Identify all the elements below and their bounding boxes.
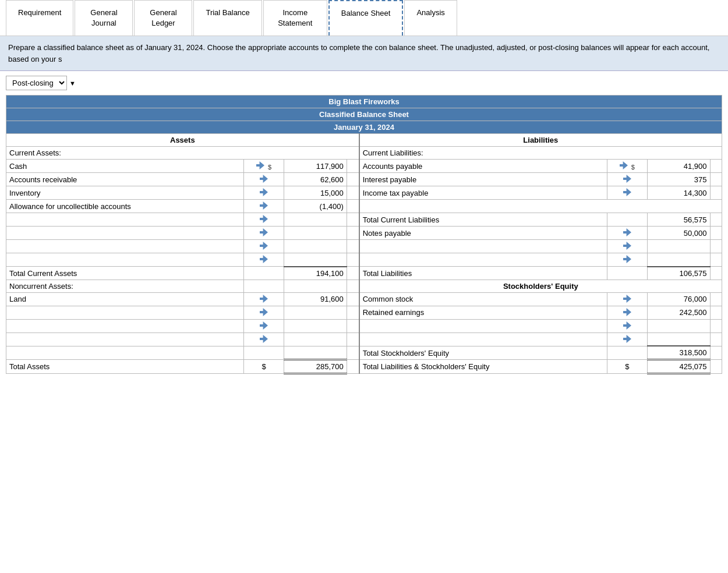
current-liabilities-label: Current Liabilities: — [359, 147, 722, 160]
land-label: Land — [6, 292, 244, 306]
post-closing-dropdown[interactable]: Post-closing Adjusted Unadjusted — [6, 76, 67, 90]
allowance-value: (1,400) — [284, 200, 347, 213]
instruction-text: Prepare a classified balance sheet as of… — [0, 36, 728, 71]
cash-icon[interactable]: $ — [244, 160, 284, 173]
income-tax-payable-value: 14,300 — [647, 186, 710, 200]
common-stock-label: Common stock — [359, 292, 607, 306]
total-assets-label: Total Assets — [6, 360, 244, 374]
total-current-assets-label: Total Current Assets — [6, 267, 244, 280]
sheet-title: Classified Balance Sheet — [6, 108, 722, 121]
total-current-assets-value: 194,100 — [284, 267, 347, 280]
retained-earnings-value: 242,500 — [647, 306, 710, 319]
accounts-receivable-label: Accounts receivable — [6, 173, 244, 186]
balance-sheet-table: Big Blast Fireworks Classified Balance S… — [6, 95, 722, 374]
dropdown-row: Post-closing Adjusted Unadjusted ▼ — [0, 71, 728, 95]
notes-payable-value: 50,000 — [647, 227, 710, 240]
income-tax-payable-label: Income tax payable — [359, 186, 607, 200]
tab-bar: Requirement GeneralJournal GeneralLedger… — [0, 0, 728, 36]
total-equity-label: Total Stockholders' Equity — [359, 346, 607, 360]
common-stock-value: 76,000 — [647, 292, 710, 306]
inventory-value: 15,000 — [284, 186, 347, 200]
total-liab-equity-dollar: $ — [607, 360, 647, 374]
balance-sheet-wrapper: Big Blast Fireworks Classified Balance S… — [0, 95, 728, 380]
allowance-icon[interactable] — [244, 200, 284, 213]
tab-income-statement[interactable]: IncomeStatement — [263, 0, 327, 36]
retained-earnings-icon[interactable] — [607, 306, 647, 319]
retained-earnings-label: Retained earnings — [359, 306, 607, 319]
total-liab-equity-label: Total Liabilities & Stockholders' Equity — [359, 360, 607, 374]
notes-payable-icon[interactable] — [607, 227, 647, 240]
assets-empty-2 — [6, 227, 244, 240]
assets-empty-1 — [6, 213, 244, 227]
cash-value: 117,900 — [284, 160, 347, 173]
inventory-icon[interactable] — [244, 186, 284, 200]
total-current-liabilities-value: 56,575 — [647, 213, 710, 227]
accounts-payable-icon[interactable]: $ — [607, 160, 647, 173]
allowance-label: Allowance for uncollectible accounts — [6, 200, 244, 213]
total-liab-equity-value: 425,075 — [647, 360, 710, 374]
accounts-payable-value: 41,900 — [647, 160, 710, 173]
interest-payable-icon[interactable] — [607, 173, 647, 186]
sheet-date: January 31, 2024 — [6, 121, 722, 134]
tab-trial-balance[interactable]: Trial Balance — [193, 0, 261, 36]
total-assets-dollar: $ — [244, 360, 284, 374]
inventory-label: Inventory — [6, 186, 244, 200]
cash-label: Cash — [6, 160, 244, 173]
land-value: 91,600 — [284, 292, 347, 306]
accounts-payable-label: Accounts payable — [359, 160, 607, 173]
noncurrent-assets-label: Noncurrent Assets: — [6, 280, 244, 292]
tab-balance-sheet[interactable]: Balance Sheet — [328, 0, 404, 36]
liabilities-header: Liabilities — [359, 134, 722, 147]
tab-general-ledger[interactable]: GeneralLedger — [134, 0, 192, 36]
total-current-liabilities-label: Total Current Liabilities — [359, 213, 607, 227]
tab-general-journal[interactable]: GeneralJournal — [75, 0, 133, 36]
accounts-receivable-icon[interactable] — [244, 173, 284, 186]
total-equity-value: 318,500 — [647, 346, 710, 360]
total-assets-value: 285,700 — [284, 360, 347, 374]
assets-header: Assets — [6, 134, 359, 147]
common-stock-icon[interactable] — [607, 292, 647, 306]
interest-payable-label: Interest payable — [359, 173, 607, 186]
total-liabilities-label: Total Liabilities — [359, 267, 607, 280]
land-icon[interactable] — [244, 292, 284, 306]
stockholders-equity-header: Stockholders' Equity — [359, 280, 722, 292]
company-name: Big Blast Fireworks — [6, 96, 722, 108]
interest-payable-value: 375 — [647, 173, 710, 186]
total-liabilities-value: 106,575 — [647, 267, 710, 280]
accounts-receivable-value: 62,600 — [284, 173, 347, 186]
tab-requirement[interactable]: Requirement — [6, 0, 73, 36]
income-tax-payable-icon[interactable] — [607, 186, 647, 200]
dropdown-arrow-icon: ▼ — [69, 80, 76, 87]
current-assets-label: Current Assets: — [6, 147, 359, 160]
tab-analysis[interactable]: Analysis — [404, 0, 457, 36]
notes-payable-label: Notes payable — [359, 227, 607, 240]
